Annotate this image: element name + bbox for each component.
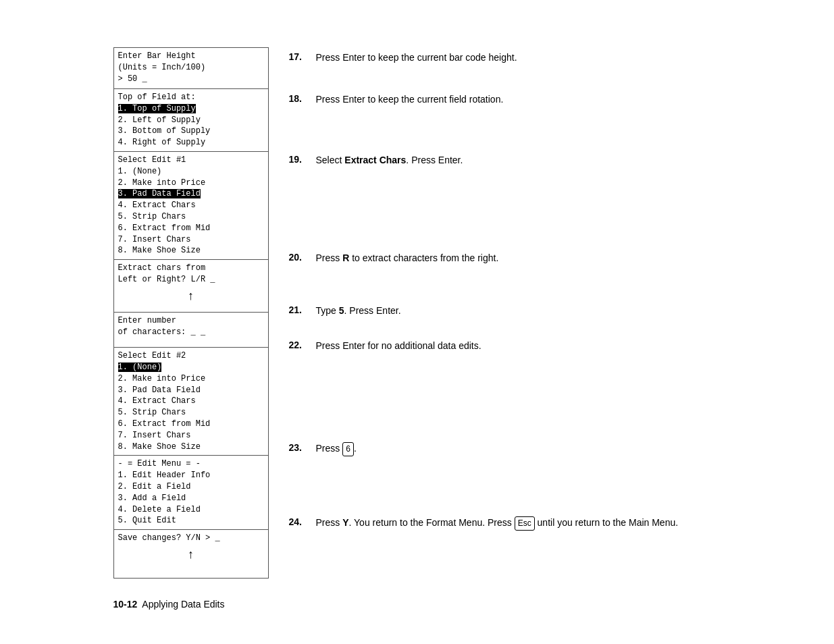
screen-line: 3. Pad Data Field — [118, 385, 264, 396]
screen-line: 7. Insert Chars — [118, 234, 264, 246]
screen-line: Save changes? Y/N > _ — [118, 533, 264, 544]
step-number-20: 20. — [289, 250, 316, 263]
screen-line: Select Edit #2 — [118, 350, 264, 362]
instruction-24: 24.Press Y. You return to the Format Men… — [289, 512, 721, 561]
screen-box-18: Top of Field at:1. Top of Supply2. Left … — [113, 89, 269, 152]
screen-line: 4. Right of Supply — [118, 137, 264, 149]
screen-line: of characters: _ _ — [118, 327, 264, 338]
screen-line: 5. Strip Chars — [118, 407, 264, 419]
screen-line: > 50 _ — [118, 74, 264, 85]
instructions-column: 17.Press Enter to keep the current bar c… — [269, 47, 721, 579]
screen-line: 1. (None) — [118, 362, 264, 373]
screen-line: 3. Add a Field — [118, 493, 264, 504]
screen-line: 2. Edit a Field — [118, 481, 264, 493]
footer-chapter: 10-12 — [113, 599, 138, 610]
arrow-up-icon: ↑ — [118, 544, 264, 565]
screen-line: Top of Field at: — [118, 92, 264, 103]
instruction-21: 21.Type 5. Press Enter. — [289, 300, 721, 336]
step-number-23: 23. — [289, 441, 316, 453]
screen-line: 7. Insert Chars — [118, 430, 264, 441]
screen-line: 6. Extract from Mid — [118, 419, 264, 430]
step-number-21: 21. — [289, 303, 316, 315]
instruction-23: 23.Press 6. — [289, 438, 721, 512]
instruction-19: 19.Select Extract Chars. Press Enter. — [289, 150, 721, 248]
screen-line: 5. Quit Edit — [118, 515, 264, 527]
footer-title: Applying Data Edits — [142, 599, 224, 610]
screen-line: 1. Top of Supply — [118, 103, 264, 115]
screen-line: Select Edit #1 — [118, 155, 264, 166]
screen-box-21: Enter numberof characters: _ _ — [113, 313, 269, 348]
screen-line: 2. Left of Supply — [118, 115, 264, 126]
step-number-19: 19. — [289, 153, 316, 165]
instruction-22: 22.Press Enter for no additional data ed… — [289, 336, 721, 438]
screen-box-22: Select Edit #21. (None)2. Make into Pric… — [113, 348, 269, 456]
screen-box-19: Select Edit #11. (None)2. Make into Pric… — [113, 152, 269, 260]
screen-line: 6. Extract from Mid — [118, 223, 264, 234]
step-text-17: Press Enter to keep the current bar code… — [316, 50, 721, 65]
page: Enter Bar Height(Units = Inch/100)> 50 _… — [0, 0, 834, 644]
step-text-18: Press Enter to keep the current field ro… — [316, 92, 721, 107]
screen-line: 4. Delete a Field — [118, 504, 264, 516]
arrow-up-icon: ↑ — [118, 286, 264, 306]
main-content: Enter Bar Height(Units = Inch/100)> 50 _… — [113, 47, 721, 579]
screen-line: Enter number — [118, 315, 264, 327]
screen-line: 8. Make Shoe Size — [118, 441, 264, 453]
step-number-18: 18. — [289, 92, 316, 104]
screen-line: Enter Bar Height — [118, 51, 264, 62]
screen-line: 3. Bottom of Supply — [118, 126, 264, 137]
screen-line: 2. Make into Price — [118, 373, 264, 385]
screen-line: (Units = Inch/100) — [118, 62, 264, 74]
instruction-17: 17.Press Enter to keep the current bar c… — [289, 47, 721, 89]
screen-line: Extract chars from — [118, 263, 264, 274]
screen-line: 1. (None) — [118, 166, 264, 178]
step-text-22: Press Enter for no additional data edits… — [316, 338, 721, 353]
screen-line: 2. Make into Price — [118, 178, 264, 189]
step-number-22: 22. — [289, 338, 316, 350]
screen-line: 1. Edit Header Info — [118, 470, 264, 481]
step-text-19: Select Extract Chars. Press Enter. — [316, 153, 721, 167]
screen-box-23: - = Edit Menu = -1. Edit Header Info2. E… — [113, 456, 269, 530]
screen-line: 3. Pad Data Field — [118, 188, 264, 200]
step-text-24: Press Y. You return to the Format Menu. … — [316, 515, 721, 531]
screen-line: 4. Extract Chars — [118, 396, 264, 407]
instruction-18: 18.Press Enter to keep the current field… — [289, 89, 721, 150]
screen-line: 8. Make Shoe Size — [118, 245, 264, 257]
screen-box-20: Extract chars fromLeft or Right? L/R _↑ — [113, 260, 269, 313]
screen-line: Left or Right? L/R _ — [118, 274, 264, 286]
step-text-23: Press 6. — [316, 441, 721, 456]
screen-boxes-column: Enter Bar Height(Units = Inch/100)> 50 _… — [113, 47, 269, 579]
screen-line: 5. Strip Chars — [118, 211, 264, 223]
footer: 10-12 Applying Data Edits — [113, 599, 721, 610]
step-text-20: Press R to extract characters from the r… — [316, 250, 721, 265]
instruction-20: 20.Press R to extract characters from th… — [289, 248, 721, 300]
step-text-21: Type 5. Press Enter. — [316, 303, 721, 318]
screen-box-24: Save changes? Y/N > _↑ — [113, 530, 269, 579]
screen-line: - = Edit Menu = - — [118, 458, 264, 470]
step-number-17: 17. — [289, 50, 316, 62]
screen-box-17: Enter Bar Height(Units = Inch/100)> 50 _ — [113, 47, 269, 89]
screen-line: 4. Extract Chars — [118, 200, 264, 211]
step-number-24: 24. — [289, 515, 316, 527]
